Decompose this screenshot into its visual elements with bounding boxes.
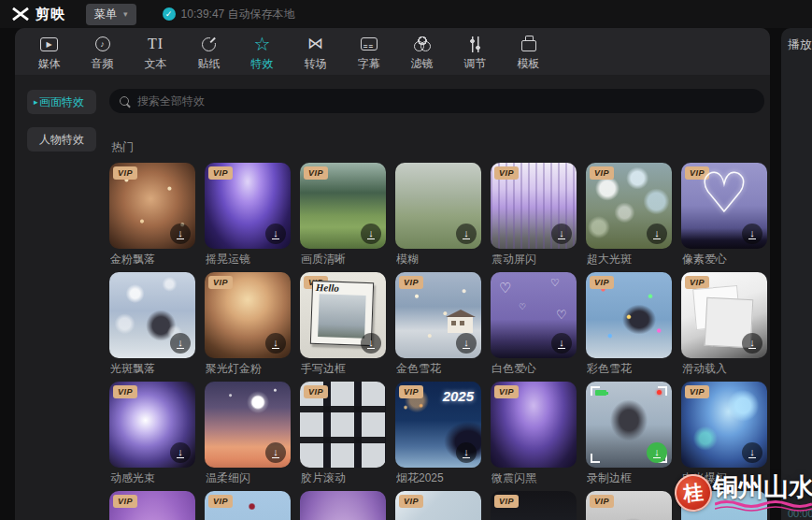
effect-thumb-金粉飘落[interactable]: VIP	[109, 163, 195, 249]
effect-thumb-聚光灯金粉[interactable]: VIP	[205, 272, 291, 358]
tab-audio[interactable]: 音频	[76, 28, 129, 75]
effect-card: VIPHello手写边框	[300, 272, 386, 382]
effect-thumb-金色雪花[interactable]: VIP	[395, 272, 481, 358]
effect-label: 光斑飘落	[110, 362, 195, 376]
vip-badge: VIP	[304, 166, 328, 180]
effect-thumb-partial[interactable]: VIP	[109, 491, 195, 520]
effect-thumb-画质清晰[interactable]: VIP	[300, 163, 386, 249]
effect-thumb-滑动载入[interactable]: VIP	[681, 272, 767, 358]
effect-thumb-温柔细闪[interactable]	[205, 382, 291, 468]
tab-sticker[interactable]: 贴纸	[182, 28, 235, 75]
vip-badge: VIP	[590, 166, 614, 180]
effect-thumb-partial[interactable]	[300, 491, 386, 520]
download-icon[interactable]	[647, 442, 667, 463]
effect-thumb-像素爱心[interactable]: VIP♡	[681, 163, 767, 249]
tab-label: 媒体	[38, 56, 61, 72]
effect-label: 画质清晰	[301, 253, 386, 267]
tab-effects[interactable]: 特效	[235, 28, 289, 75]
tab-label: 调节	[464, 56, 487, 72]
effect-label: 模糊	[396, 253, 481, 267]
effect-card: VIP	[205, 491, 291, 520]
download-icon[interactable]	[456, 333, 477, 354]
effect-thumb-微震闪黑[interactable]: VIP	[491, 382, 577, 468]
effect-thumb-电光爆闪[interactable]: VIP	[681, 382, 767, 468]
app-logo: 剪映	[11, 6, 65, 23]
effect-thumb-模糊[interactable]	[395, 163, 481, 249]
vip-badge: VIP	[685, 276, 709, 289]
effect-thumb-partial[interactable]: VIP	[395, 491, 481, 520]
download-icon[interactable]	[551, 333, 572, 354]
tab-template[interactable]: 模板	[502, 28, 555, 75]
effect-thumb-动感光束[interactable]: VIP	[109, 382, 195, 468]
effect-card: VIP金粉飘落	[109, 163, 195, 272]
download-icon[interactable]	[647, 224, 667, 244]
tab-subtitle[interactable]: 字幕	[342, 28, 395, 75]
effect-thumb-partial[interactable]: VIP	[205, 491, 291, 520]
tab-text[interactable]: 文本	[129, 28, 182, 75]
app-name: 剪映	[36, 6, 65, 23]
vip-badge: VIP	[304, 385, 328, 398]
effect-card: VIP胶片滚动	[300, 382, 386, 491]
menu-button[interactable]: 菜单 ▾	[86, 4, 136, 25]
download-icon[interactable]	[742, 224, 762, 244]
effect-thumb-录制边框[interactable]	[586, 382, 672, 468]
tab-adjust[interactable]: 调节	[449, 28, 502, 75]
search-input[interactable]	[137, 94, 755, 108]
effect-label: 震动屏闪	[491, 253, 577, 267]
tab-filter[interactable]: 滤镜	[395, 28, 449, 75]
tab-label: 转场	[305, 56, 327, 72]
tab-label: 音频	[92, 56, 114, 72]
tab-label: 模板	[518, 56, 540, 72]
download-icon[interactable]	[361, 333, 381, 354]
effect-label: 彩色雪花	[587, 362, 672, 376]
effect-thumb-彩色雪花[interactable]: VIP	[586, 272, 672, 358]
tab-media[interactable]: 媒体	[22, 28, 76, 75]
effect-thumb-超大光斑[interactable]: VIP	[586, 163, 672, 249]
download-icon[interactable]	[456, 442, 477, 463]
effect-thumb-光斑飘落[interactable]	[109, 272, 195, 358]
effect-thumb-胶片滚动[interactable]: VIP	[300, 382, 386, 468]
effect-thumb-摇晃运镜[interactable]: VIP	[205, 163, 291, 249]
effect-thumb-partial[interactable]: VIP	[586, 491, 672, 520]
watermark-seal-icon: 桂	[673, 472, 714, 513]
effect-card: ♡♡♡♡白色爱心	[491, 272, 577, 382]
effect-thumb-partial[interactable]: VIP	[491, 491, 577, 520]
effect-label: 动感光束	[110, 471, 195, 485]
download-icon[interactable]	[361, 224, 381, 244]
tab-label: 滤镜	[411, 56, 434, 72]
download-icon[interactable]	[170, 442, 191, 463]
effect-thumb-白色爱心[interactable]: ♡♡♡♡	[491, 272, 577, 358]
text-icon	[148, 36, 164, 52]
download-icon[interactable]	[265, 224, 286, 244]
download-icon[interactable]	[265, 333, 286, 354]
vip-badge: VIP	[399, 385, 423, 398]
download-icon[interactable]	[170, 333, 191, 354]
subtitle-icon	[361, 37, 378, 51]
effect-thumb-手写边框[interactable]: VIPHello	[300, 272, 386, 358]
effects-icon	[254, 35, 271, 54]
tab-transition[interactable]: 转场	[289, 28, 342, 75]
app-window: 剪映 菜单 ▾ ✓ 10:39:47 自动保存本地 媒体音频文本贴纸特效转场字幕…	[0, 0, 812, 520]
download-icon[interactable]	[170, 224, 191, 244]
transition-icon	[307, 36, 323, 52]
download-icon[interactable]	[742, 333, 762, 354]
effect-label: 滑动载入	[682, 362, 767, 376]
download-icon[interactable]	[742, 442, 762, 463]
effect-card: VIP♡像素爱心	[681, 163, 767, 272]
vip-badge: VIP	[113, 385, 137, 398]
vip-badge: VIP	[494, 166, 519, 180]
sidebar-item-screen-effects[interactable]: 画面特效	[27, 90, 96, 114]
effect-thumb-震动屏闪[interactable]: VIP	[491, 163, 577, 249]
vip-badge: VIP	[685, 166, 709, 180]
download-icon[interactable]	[265, 442, 286, 463]
effect-thumb-烟花2025[interactable]: VIP2025	[395, 382, 481, 468]
search-bar[interactable]	[109, 89, 764, 113]
download-icon[interactable]	[456, 224, 477, 244]
vip-badge: VIP	[208, 495, 233, 508]
effect-card: VIP滑动载入	[681, 272, 767, 382]
download-icon[interactable]	[551, 224, 572, 244]
sidebar-item-character-effects[interactable]: 人物特效	[27, 127, 96, 152]
check-circle-icon: ✓	[163, 7, 176, 21]
search-icon	[119, 95, 131, 108]
effects-sidebar: 画面特效人物特效	[15, 75, 108, 520]
